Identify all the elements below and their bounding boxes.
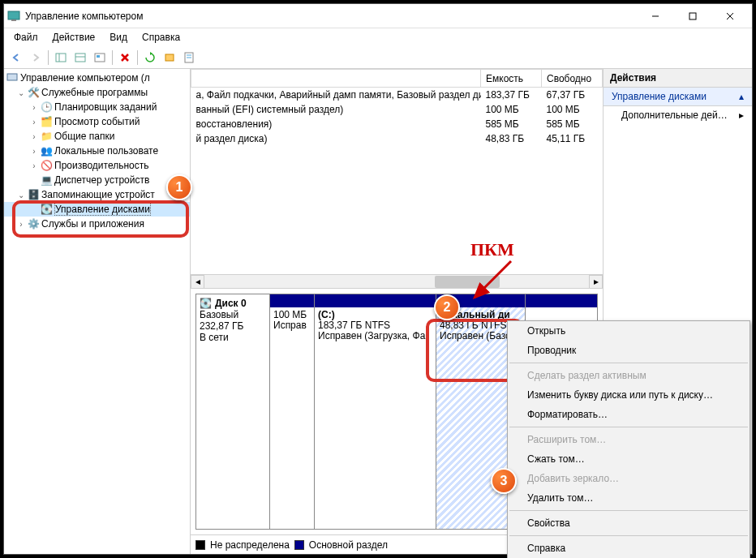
menu-action[interactable]: Действие [46, 30, 102, 45]
forward-button[interactable] [27, 49, 45, 67]
tools-icon: 🛠️ [27, 86, 40, 99]
tree-performance[interactable]: ›🚫Производительность [4, 158, 190, 173]
tree-storage[interactable]: ⌄🗄️Запоминающие устройст [4, 187, 190, 202]
minimize-button[interactable] [637, 5, 674, 28]
device-icon: 💻 [40, 174, 53, 187]
options-button[interactable] [91, 49, 109, 67]
titlebar: Управление компьютером [4, 4, 752, 28]
tree-root[interactable]: Управление компьютером (л [4, 71, 190, 85]
back-button[interactable] [7, 49, 25, 67]
svg-rect-0 [8, 11, 19, 19]
ctx-open[interactable]: Открыть [508, 321, 750, 341]
tree-task-scheduler[interactable]: ›🕒Планировщик заданий [4, 100, 190, 114]
svg-rect-16 [7, 74, 17, 80]
callout-arrow [466, 257, 523, 306]
table-row[interactable]: й раздел диска)48,83 ГБ45,11 ГБ [191, 131, 603, 146]
table-row[interactable]: а, Файл подкачки, Аварийный дамп памяти,… [191, 88, 603, 102]
computer-management-window: Управление компьютером Файл Действие Вид… [3, 3, 753, 555]
menu-file[interactable]: Файл [7, 30, 45, 45]
tree-disk-management[interactable]: 💽Управление дисками [4, 202, 190, 217]
export-button[interactable] [161, 49, 178, 67]
scroll-right-button[interactable]: ▸ [589, 275, 603, 289]
window-title: Управление компьютером [25, 11, 637, 22]
scroll-left-button[interactable]: ◂ [191, 275, 204, 289]
col-free[interactable]: Свободно [542, 70, 603, 88]
maximize-button[interactable] [674, 5, 711, 28]
show-hide-button[interactable] [52, 49, 70, 67]
chevron-right-icon: ▸ [739, 109, 744, 121]
partition-1[interactable]: (C:)183,37 ГБ NTFSИсправен (Загрузка, Фа [315, 294, 436, 530]
ctx-delete-volume[interactable]: Удалить том… [508, 488, 750, 508]
app-icon [7, 10, 20, 23]
ctx-format[interactable]: Форматировать… [508, 405, 750, 424]
view-button[interactable] [71, 49, 89, 67]
ctx-extend: Расширить том… [508, 430, 750, 449]
storage-icon: 🗄️ [27, 188, 40, 201]
disk-icon: 💽 [40, 203, 53, 216]
folder-icon: 📁 [40, 130, 53, 143]
menu-help[interactable]: Справка [135, 30, 187, 45]
ctx-properties[interactable]: Свойства [508, 513, 750, 533]
actions-disk-management[interactable]: Управление дисками▴ [604, 88, 752, 106]
svg-rect-1 [11, 19, 16, 21]
svg-rect-3 [689, 13, 696, 19]
actions-header: Действия [604, 69, 752, 88]
ctx-help[interactable]: Справка [508, 539, 750, 558]
refresh-button[interactable] [141, 49, 159, 67]
col-capacity[interactable]: Емкость [481, 70, 542, 88]
partition-0[interactable]: 100 МБИсправ [270, 294, 315, 530]
perf-icon: 🚫 [40, 159, 53, 172]
col-description[interactable] [191, 70, 481, 88]
tree-local-users[interactable]: ›👥Локальные пользовате [4, 144, 190, 158]
horizontal-scrollbar[interactable]: ◂ ▸ [191, 274, 603, 288]
actions-more[interactable]: Дополнительные дей…▸ [604, 106, 752, 124]
callout-number-2: 2 [434, 294, 460, 320]
ctx-shrink[interactable]: Сжать том… [508, 449, 750, 469]
callout-number-1: 1 [166, 174, 192, 200]
collapse-icon: ▴ [739, 91, 744, 102]
svg-rect-12 [165, 54, 174, 61]
tree-device-manager[interactable]: 💻Диспетчер устройств [4, 173, 190, 187]
callout-pkm-label: ПКМ [470, 239, 514, 260]
navigation-tree[interactable]: Управление компьютером (л ⌄🛠️Служебные п… [4, 69, 191, 554]
tree-event-viewer[interactable]: ›🗂️Просмотр событий [4, 114, 190, 129]
callout-number-3: 3 [491, 468, 517, 494]
tree-services-group[interactable]: ⌄🛠️Служебные программы [4, 85, 190, 100]
menu-view[interactable]: Вид [103, 30, 134, 45]
gear-icon: ⚙️ [27, 217, 40, 230]
table-row[interactable]: восстановления)585 МБ585 МБ [191, 117, 603, 131]
disk-info[interactable]: 💽Диск 0 Базовый 232,87 ГБ В сети [195, 294, 270, 530]
toolbar [4, 46, 752, 69]
ctx-explorer[interactable]: Проводник [508, 341, 750, 360]
table-row[interactable]: ванный (EFI) системный раздел)100 МБ100 … [191, 102, 603, 117]
clock-icon: 🕒 [40, 101, 53, 114]
svg-rect-11 [97, 55, 100, 58]
close-button[interactable] [711, 5, 749, 28]
svg-line-17 [475, 261, 511, 298]
tree-shared-folders[interactable]: ›📁Общие папки [4, 129, 190, 144]
svg-rect-8 [75, 54, 85, 62]
ctx-add-mirror: Добавить зеркало… [508, 469, 750, 488]
ctx-make-active: Сделать раздел активным [508, 366, 750, 385]
event-icon: 🗂️ [40, 115, 53, 128]
computer-icon [6, 71, 19, 84]
volumes-table[interactable]: Емкость Свободно а, Файл подкачки, Авари… [191, 69, 603, 146]
svg-rect-6 [56, 54, 66, 62]
hdd-icon: 💽 [200, 298, 212, 309]
context-menu: Открыть Проводник Сделать раздел активны… [507, 320, 750, 558]
ctx-change-letter[interactable]: Изменить букву диска или путь к диску… [508, 385, 750, 405]
delete-icon[interactable] [116, 49, 134, 67]
users-icon: 👥 [40, 144, 53, 157]
menubar: Файл Действие Вид Справка [4, 28, 752, 46]
properties-button[interactable] [180, 49, 198, 67]
tree-services-apps[interactable]: ›⚙️Службы и приложения [4, 217, 190, 231]
